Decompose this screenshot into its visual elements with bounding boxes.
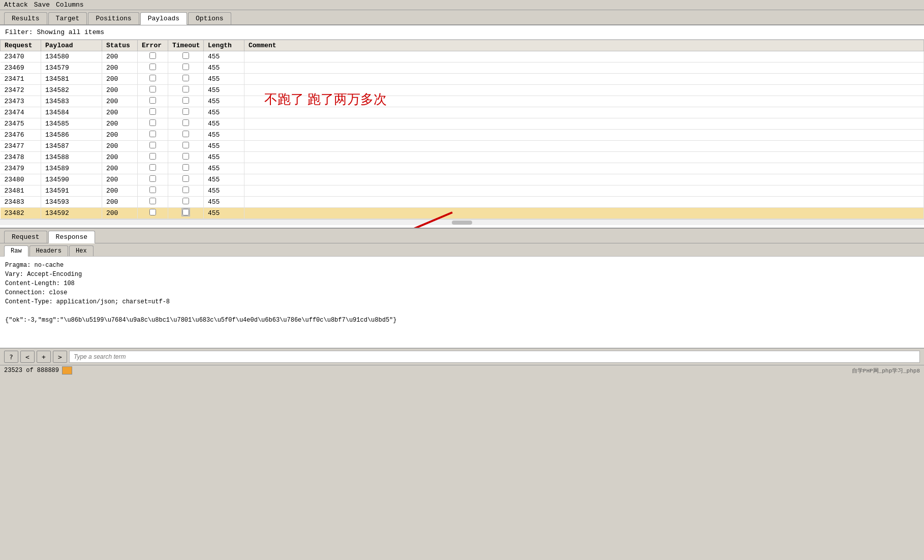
error-checkbox[interactable] xyxy=(149,52,156,59)
error-checkbox[interactable] xyxy=(149,153,156,160)
cell-error[interactable] xyxy=(138,141,168,152)
timeout-checkbox[interactable] xyxy=(182,119,189,126)
cell-timeout[interactable] xyxy=(168,197,204,208)
timeout-checkbox[interactable] xyxy=(182,131,189,137)
error-checkbox[interactable] xyxy=(149,131,156,137)
cell-error[interactable] xyxy=(138,74,168,85)
table-row[interactable]: 23480134590200455 xyxy=(1,174,924,185)
cell-timeout[interactable] xyxy=(168,107,204,118)
cell-error[interactable] xyxy=(138,96,168,107)
table-row[interactable]: 23472134582200455 xyxy=(1,85,924,96)
timeout-checkbox[interactable] xyxy=(182,86,189,92)
timeout-checkbox[interactable] xyxy=(182,153,189,160)
table-row[interactable]: 23469134579200455 xyxy=(1,63,924,74)
cell-error[interactable] xyxy=(138,208,168,219)
prev-button[interactable]: < xyxy=(20,351,35,363)
timeout-checkbox[interactable] xyxy=(182,97,189,104)
menu-attack[interactable]: Attack xyxy=(4,1,28,9)
timeout-checkbox[interactable] xyxy=(182,75,189,81)
tab-payloads[interactable]: Payloads xyxy=(140,12,187,25)
cell-error[interactable] xyxy=(138,197,168,208)
col-header-comment: Comment xyxy=(244,40,924,51)
table-row[interactable]: 23477134587200455 xyxy=(1,141,924,152)
error-checkbox[interactable] xyxy=(149,108,156,115)
cell-timeout[interactable] xyxy=(168,63,204,74)
timeout-checkbox[interactable] xyxy=(182,175,189,182)
cell-timeout[interactable] xyxy=(168,163,204,174)
error-checkbox[interactable] xyxy=(149,86,156,92)
error-checkbox[interactable] xyxy=(149,186,156,193)
inner-tab-headers[interactable]: Headers xyxy=(29,245,68,256)
inner-tab-hex[interactable]: Hex xyxy=(69,245,94,256)
cell-timeout[interactable] xyxy=(168,85,204,96)
cell-error[interactable] xyxy=(138,85,168,96)
status-bar: 23523 of 888889 自学PHP网_php学习_php8 xyxy=(0,365,924,376)
cell-error[interactable] xyxy=(138,118,168,130)
horizontal-scrollbar[interactable] xyxy=(0,219,924,225)
timeout-checkbox[interactable] xyxy=(182,64,189,70)
cell-timeout[interactable] xyxy=(168,185,204,197)
menu-columns[interactable]: Columns xyxy=(56,1,84,9)
error-checkbox[interactable] xyxy=(149,119,156,126)
cell-timeout[interactable] xyxy=(168,118,204,130)
error-checkbox[interactable] xyxy=(149,64,156,70)
tab-target[interactable]: Target xyxy=(48,12,87,24)
cell-timeout[interactable] xyxy=(168,141,204,152)
error-checkbox[interactable] xyxy=(149,97,156,104)
cell-timeout[interactable] xyxy=(168,174,204,185)
cell-request: 23470 xyxy=(1,51,41,63)
cell-timeout[interactable] xyxy=(168,74,204,85)
timeout-checkbox[interactable] xyxy=(182,198,189,204)
error-checkbox[interactable] xyxy=(149,142,156,148)
cell-error[interactable] xyxy=(138,107,168,118)
table-row[interactable]: 23474134584200455 xyxy=(1,107,924,118)
table-row[interactable]: 23482134592200455 xyxy=(1,208,924,219)
error-checkbox[interactable] xyxy=(149,209,156,215)
tab-results[interactable]: Results xyxy=(4,12,47,24)
timeout-checkbox[interactable] xyxy=(182,142,189,148)
cell-error[interactable] xyxy=(138,185,168,197)
cell-comment xyxy=(244,118,924,130)
timeout-checkbox[interactable] xyxy=(182,52,189,59)
timeout-checkbox[interactable] xyxy=(182,108,189,115)
error-checkbox[interactable] xyxy=(149,75,156,81)
error-checkbox[interactable] xyxy=(149,175,156,182)
inner-tab-raw[interactable]: Raw xyxy=(4,245,28,257)
sub-tab-request[interactable]: Request xyxy=(4,231,47,243)
search-input[interactable] xyxy=(69,351,920,363)
cell-error[interactable] xyxy=(138,130,168,141)
cell-error[interactable] xyxy=(138,152,168,163)
cell-error[interactable] xyxy=(138,63,168,74)
timeout-checkbox[interactable] xyxy=(182,164,189,171)
cell-timeout[interactable] xyxy=(168,96,204,107)
table-row[interactable]: 23479134589200455 xyxy=(1,163,924,174)
cell-error[interactable] xyxy=(138,174,168,185)
table-row[interactable]: 23476134586200455 xyxy=(1,130,924,141)
cell-request: 23481 xyxy=(1,185,41,197)
results-table: Request Payload Status Error Timeout Len… xyxy=(0,40,924,219)
help-button[interactable]: ? xyxy=(4,351,18,363)
menu-save[interactable]: Save xyxy=(34,1,50,9)
timeout-checkbox[interactable] xyxy=(182,209,189,215)
table-row[interactable]: 23481134591200455 xyxy=(1,185,924,197)
table-row[interactable]: 23473134583200455 xyxy=(1,96,924,107)
plus-button[interactable]: + xyxy=(37,351,51,363)
error-checkbox[interactable] xyxy=(149,198,156,204)
cell-timeout[interactable] xyxy=(168,130,204,141)
next-button[interactable]: > xyxy=(53,351,67,363)
tab-positions[interactable]: Positions xyxy=(88,12,139,24)
table-row[interactable]: 23478134588200455 xyxy=(1,152,924,163)
cell-timeout[interactable] xyxy=(168,152,204,163)
cell-error[interactable] xyxy=(138,51,168,63)
cell-timeout[interactable] xyxy=(168,208,204,219)
table-row[interactable]: 23470134580200455 xyxy=(1,51,924,63)
table-row[interactable]: 23471134581200455 xyxy=(1,74,924,85)
cell-timeout[interactable] xyxy=(168,51,204,63)
sub-tab-response[interactable]: Response xyxy=(48,231,95,243)
timeout-checkbox[interactable] xyxy=(182,186,189,193)
tab-options[interactable]: Options xyxy=(188,12,231,24)
table-row[interactable]: 23475134585200455 xyxy=(1,118,924,130)
table-row[interactable]: 23483134593200455 xyxy=(1,197,924,208)
error-checkbox[interactable] xyxy=(149,164,156,171)
cell-error[interactable] xyxy=(138,163,168,174)
